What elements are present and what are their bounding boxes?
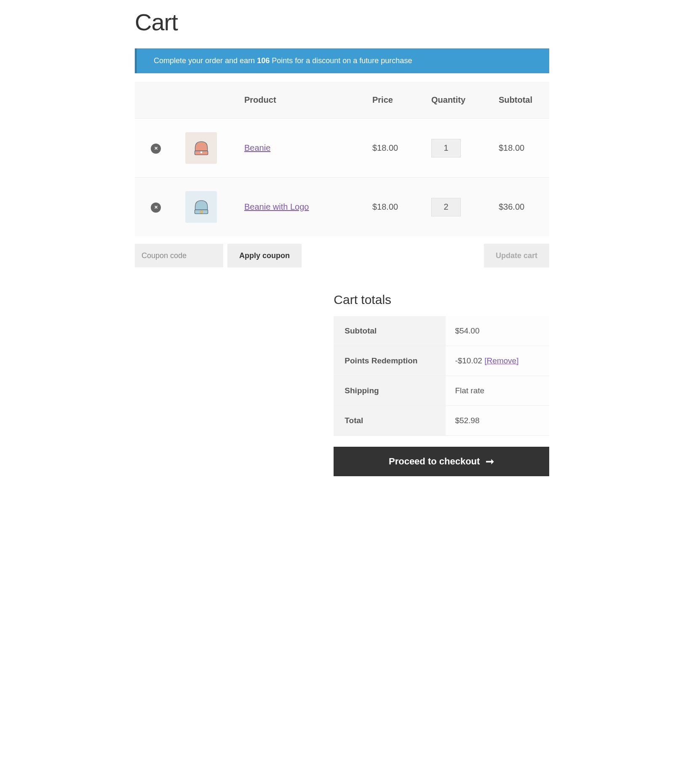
product-name-link[interactable]: Beanie xyxy=(244,143,270,152)
product-price: $18.00 xyxy=(364,119,423,178)
th-price: Price xyxy=(364,82,423,119)
cart-totals-title: Cart totals xyxy=(334,293,549,307)
subtotal-label: Subtotal xyxy=(334,316,446,346)
product-price: $18.00 xyxy=(364,178,423,237)
points-amount: -$10.02 xyxy=(455,356,484,365)
table-row: Beanie with Logo $18.00 $36.00 xyxy=(135,178,549,237)
banner-prefix: Complete your order and earn xyxy=(154,56,257,65)
product-subtotal: $36.00 xyxy=(490,178,549,237)
coupon-input[interactable] xyxy=(135,244,223,267)
product-thumbnail[interactable] xyxy=(185,191,217,223)
points-banner: Complete your order and earn 106 Points … xyxy=(135,48,549,73)
table-row: Beanie $18.00 $18.00 xyxy=(135,119,549,178)
th-product: Product xyxy=(236,82,364,119)
th-thumb xyxy=(177,82,236,119)
remove-points-link[interactable]: [Remove] xyxy=(484,356,518,365)
shipping-label: Shipping xyxy=(334,376,446,406)
svg-point-3 xyxy=(200,211,202,213)
shipping-value: Flat rate xyxy=(446,376,549,406)
th-subtotal: Subtotal xyxy=(490,82,549,119)
page-title: Cart xyxy=(135,8,549,36)
product-thumbnail[interactable] xyxy=(185,132,217,164)
update-cart-button[interactable]: Update cart xyxy=(484,244,549,267)
arrow-right-icon: ➞ xyxy=(486,456,494,467)
points-redemption-value: -$10.02 [Remove] xyxy=(446,346,549,376)
banner-suffix: Points for a discount on a future purcha… xyxy=(270,56,412,65)
quantity-input[interactable] xyxy=(431,139,461,157)
checkout-label: Proceed to checkout xyxy=(389,456,480,467)
product-subtotal: $18.00 xyxy=(490,119,549,178)
proceed-to-checkout-button[interactable]: Proceed to checkout ➞ xyxy=(334,447,549,476)
quantity-input[interactable] xyxy=(431,198,461,216)
cart-totals: Cart totals Subtotal $54.00 Points Redem… xyxy=(334,293,549,476)
total-label: Total xyxy=(334,406,446,436)
svg-point-4 xyxy=(200,211,201,211)
th-remove xyxy=(135,82,177,119)
total-value: $52.98 xyxy=(446,406,549,436)
product-name-link[interactable]: Beanie with Logo xyxy=(244,202,309,211)
cart-actions: Apply coupon Update cart xyxy=(135,244,549,267)
remove-item-button[interactable] xyxy=(151,144,161,154)
banner-points: 106 xyxy=(257,56,270,65)
subtotal-value: $54.00 xyxy=(446,316,549,346)
svg-point-5 xyxy=(201,211,202,211)
th-quantity: Quantity xyxy=(423,82,490,119)
apply-coupon-button[interactable]: Apply coupon xyxy=(227,244,302,267)
totals-table: Subtotal $54.00 Points Redemption -$10.0… xyxy=(334,316,549,436)
svg-rect-1 xyxy=(200,151,202,153)
points-redemption-label: Points Redemption xyxy=(334,346,446,376)
remove-item-button[interactable] xyxy=(151,203,161,213)
cart-table: Product Price Quantity Subtotal Beanie $… xyxy=(135,82,549,236)
